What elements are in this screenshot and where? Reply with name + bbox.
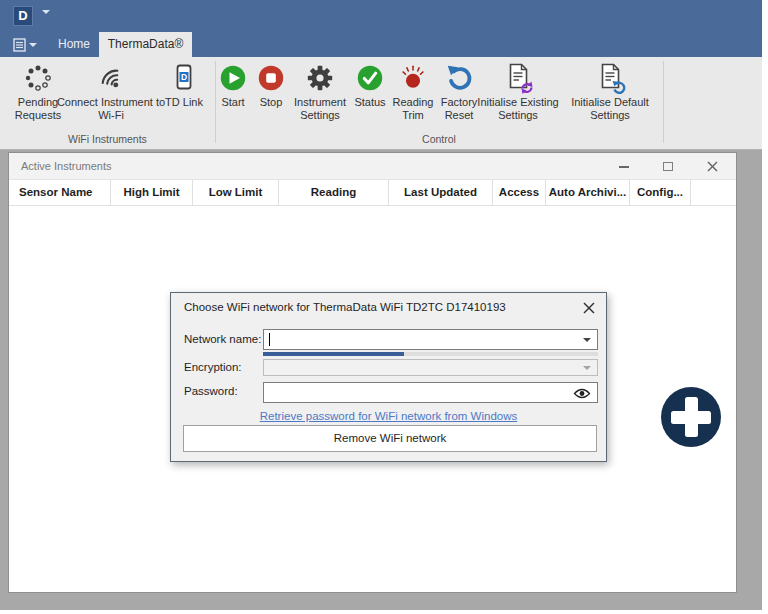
close-icon (707, 161, 718, 172)
eye-icon (573, 387, 591, 400)
td-link-button[interactable]: D TD Link (156, 61, 212, 109)
password-input[interactable] (263, 382, 598, 403)
column-header-last-updated[interactable]: Last Updated (389, 180, 493, 205)
button-label: Start (221, 96, 244, 109)
tab-thermadata[interactable]: ThermaData® (99, 32, 192, 57)
password-label: Password: (184, 385, 238, 397)
status-button[interactable]: Status (351, 61, 389, 109)
button-label: TD Link (165, 96, 203, 109)
initialise-default-settings-button[interactable]: Initialise Default Settings (563, 61, 657, 122)
column-header-row: Sensor Name High Limit Low Limit Reading… (9, 180, 736, 206)
file-menu-button[interactable] (13, 36, 41, 53)
column-header-sensor-name[interactable]: Sensor Name (9, 180, 111, 205)
document-undo-icon (594, 61, 626, 95)
column-header-auto-archiving[interactable]: Auto Archivi... (546, 180, 630, 205)
button-label: Reading Trim (389, 96, 437, 122)
network-scan-progress-bar (263, 352, 598, 356)
trim-burst-icon (398, 61, 428, 95)
choose-wifi-network-dialog: Choose WiFi network for ThermaData WiFi … (170, 292, 607, 462)
maximize-icon (663, 162, 673, 171)
network-name-combobox[interactable] (263, 329, 598, 350)
chevron-down-icon (29, 43, 37, 47)
wifi-icon (94, 61, 128, 95)
tab-home[interactable]: Home (50, 32, 98, 57)
document-list-icon (13, 38, 26, 52)
chevron-down-icon (42, 10, 50, 31)
close-button[interactable] (690, 153, 734, 180)
ribbon-tab-row: Home ThermaData® (0, 32, 762, 57)
play-icon (219, 61, 247, 95)
column-header-config[interactable]: Config... (630, 180, 691, 205)
maximize-button[interactable] (646, 153, 690, 180)
retrieve-password-link[interactable]: Retrieve password for WiFi network from … (260, 410, 518, 422)
reading-trim-button[interactable]: Reading Trim (389, 61, 437, 122)
document-refresh-icon (502, 61, 534, 95)
window-title-bar: Active Instruments (9, 153, 736, 180)
button-label: Initialise Existing Settings (475, 96, 561, 122)
progress-fill (263, 352, 404, 356)
window-title: Active Instruments (21, 153, 111, 180)
button-label: Initialise Default Settings (563, 96, 657, 122)
ribbon: Pending Requests Connect Instrument to W… (0, 57, 762, 150)
network-name-label: Network name: (184, 333, 261, 345)
group-divider (663, 61, 664, 143)
column-header-low-limit[interactable]: Low Limit (193, 180, 279, 205)
instrument-settings-button[interactable]: Instrument Settings (285, 61, 355, 122)
encryption-combobox-disabled (263, 359, 598, 376)
column-header-filler (691, 180, 736, 205)
stop-button[interactable]: Stop (254, 61, 288, 109)
minimize-button[interactable] (602, 153, 646, 180)
connect-instrument-wifi-button[interactable]: Connect Instrument to Wi-Fi (56, 61, 166, 122)
app-logo[interactable]: D (13, 6, 33, 26)
encryption-label: Encryption: (184, 361, 242, 373)
dialog-title: Choose WiFi network for ThermaData WiFi … (184, 301, 506, 313)
stop-icon (257, 61, 285, 95)
check-icon (356, 61, 384, 95)
button-label: Connect Instrument to Wi-Fi (56, 96, 166, 122)
initialise-existing-settings-button[interactable]: Initialise Existing Settings (475, 61, 561, 122)
gear-icon (305, 61, 335, 95)
column-header-reading[interactable]: Reading (279, 180, 389, 205)
undo-arrow-icon (444, 61, 474, 95)
dialog-close-button[interactable] (580, 299, 598, 317)
plus-icon (671, 411, 711, 424)
svg-text:D: D (181, 72, 187, 82)
application-window: D Home ThermaData® (0, 0, 768, 614)
start-button[interactable]: Start (215, 61, 251, 109)
button-label: Status (354, 96, 385, 109)
window-controls (602, 153, 734, 180)
chevron-down-icon (583, 366, 591, 370)
close-icon (583, 302, 595, 314)
button-label: Instrument Settings (285, 96, 355, 122)
column-header-high-limit[interactable]: High Limit (111, 180, 193, 205)
add-instrument-button[interactable] (661, 387, 721, 447)
phone-icon: D (168, 61, 200, 95)
minimize-icon (619, 166, 629, 168)
group-label-wifi-instruments: WiFi Instruments (0, 132, 215, 146)
button-label: Stop (260, 96, 283, 109)
chevron-down-icon[interactable] (583, 338, 591, 342)
app-menu-button[interactable] (42, 14, 50, 32)
column-header-access[interactable]: Access (493, 180, 546, 205)
retrieve-password-link-row: Retrieve password for WiFi network from … (171, 406, 606, 424)
title-bar: D (0, 0, 762, 32)
group-label-control: Control (215, 132, 663, 146)
text-cursor (269, 333, 270, 346)
show-password-button[interactable] (573, 386, 591, 404)
spinner-dots-icon (22, 61, 54, 95)
remove-wifi-network-button[interactable]: Remove WiFi network (183, 425, 597, 452)
